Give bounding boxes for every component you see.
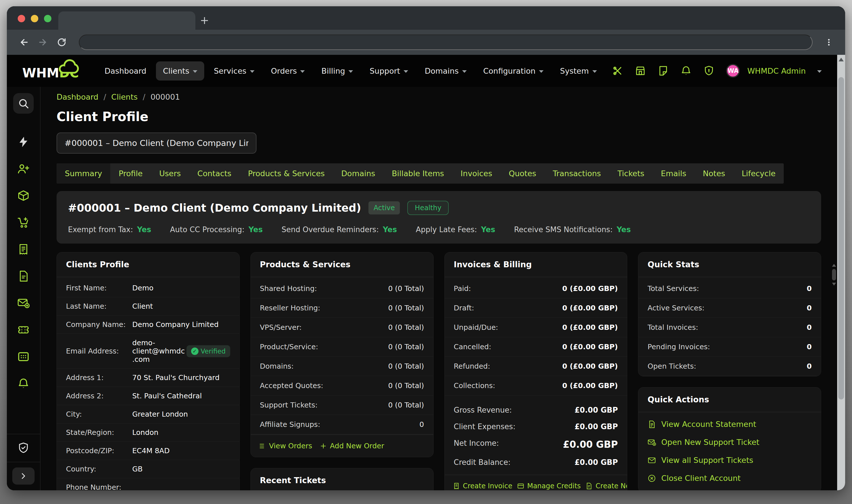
- page-scrollbar[interactable]: [837, 55, 845, 490]
- cart-plus-icon[interactable]: [17, 216, 30, 229]
- breadcrumb-clients[interactable]: Clients: [111, 92, 138, 101]
- row-label: Collections:: [454, 381, 495, 390]
- refresh-button[interactable]: [56, 37, 67, 48]
- chevron-down-icon[interactable]: [817, 70, 822, 73]
- create-invoice-link[interactable]: Create Invoice: [453, 482, 512, 490]
- chevron-down-icon: [539, 70, 544, 73]
- client-tab[interactable]: Transactions: [544, 163, 609, 184]
- client-tab[interactable]: Quotes: [500, 163, 544, 184]
- client-tab[interactable]: Summary: [56, 163, 110, 184]
- sidebar-search-button[interactable]: [13, 93, 34, 114]
- client-tab[interactable]: Contacts: [189, 163, 239, 184]
- minimize-window-button[interactable]: [31, 15, 38, 22]
- tab-label: Quotes: [509, 169, 536, 178]
- browser-tab[interactable]: [58, 12, 195, 30]
- bell-icon[interactable]: [17, 377, 30, 390]
- create-new-quote-link[interactable]: Create New Quote: [585, 482, 627, 490]
- back-button[interactable]: [18, 37, 30, 48]
- scroll-down-arrow-icon[interactable]: [832, 283, 836, 286]
- window-controls: [18, 15, 51, 22]
- row-value: Client: [132, 302, 230, 310]
- client-tab[interactable]: Invoices: [452, 163, 501, 184]
- nav-item[interactable]: Clients: [156, 61, 204, 80]
- user-avatar[interactable]: WA: [726, 64, 740, 78]
- package-icon[interactable]: [17, 189, 30, 202]
- view-orders-link[interactable]: View Orders: [259, 442, 312, 450]
- client-tab[interactable]: Lifecycle: [733, 163, 784, 184]
- link-label: Create New Quote: [596, 482, 627, 490]
- client-tab[interactable]: Tickets: [609, 163, 653, 184]
- nav-item-label: Clients: [163, 67, 189, 75]
- client-selector-input[interactable]: [56, 132, 256, 154]
- client-flags: Exempt from Tax: Yes Auto CC Processing:…: [68, 225, 810, 234]
- row-value: demo-client@whmdc.com: [132, 339, 187, 363]
- close-window-button[interactable]: [18, 15, 25, 22]
- view-account-statement-link[interactable]: View Account Statement: [638, 415, 821, 433]
- nav-item-label: Configuration: [483, 67, 535, 75]
- nav-item[interactable]: Billing: [315, 61, 360, 80]
- invoice-row: Cancelled: 0 (£0.00 GBP): [445, 337, 627, 357]
- file-text-icon[interactable]: [17, 270, 30, 283]
- mini-scrollbar-thumb[interactable]: [832, 269, 836, 281]
- breadcrumb-dashboard[interactable]: Dashboard: [56, 92, 98, 101]
- sidebar-expand-button[interactable]: [12, 467, 35, 485]
- close-client-account-link[interactable]: Close Client Account: [638, 469, 821, 487]
- client-banner-title: #000001 – Demo Client (Demo Company Limi…: [68, 202, 361, 214]
- client-tab[interactable]: Profile: [110, 163, 151, 184]
- shield-check-icon[interactable]: [17, 442, 30, 454]
- nav-item[interactable]: Domains: [418, 61, 474, 80]
- row-value: 0 (£0.00 GBP): [562, 362, 618, 371]
- nav-item[interactable]: Configuration: [476, 61, 550, 80]
- scroll-up-arrow-icon[interactable]: [832, 264, 836, 267]
- manage-credits-link[interactable]: Manage Credits: [517, 482, 581, 490]
- scroll-up-arrow-icon[interactable]: [838, 58, 844, 61]
- forward-button[interactable]: [37, 37, 49, 48]
- breadcrumb: Dashboard / Clients / 000001: [56, 92, 821, 101]
- profile-row: State/Region: London: [57, 424, 239, 442]
- row-label: Draft:: [454, 304, 474, 312]
- nav-item[interactable]: System: [553, 61, 604, 80]
- scrollbar-thumb[interactable]: [838, 77, 844, 399]
- action-label: View Account Statement: [661, 420, 756, 429]
- client-tab[interactable]: Emails: [653, 163, 695, 184]
- row-value: 70 St. Paul's Churchyard: [132, 374, 230, 382]
- view-all-support-tickets-link[interactable]: View all Support Tickets: [638, 451, 821, 469]
- nav-item[interactable]: Support: [363, 61, 415, 80]
- mail-plus-icon[interactable]: [17, 297, 30, 309]
- maximize-window-button[interactable]: [44, 15, 51, 22]
- row-value: Demo Company Limited: [132, 320, 230, 329]
- calendar-icon[interactable]: [17, 350, 30, 363]
- file-text-icon: [647, 420, 656, 429]
- client-tab[interactable]: Billable Items: [384, 163, 452, 184]
- bell-icon[interactable]: [680, 65, 692, 76]
- tools-icon[interactable]: [612, 65, 623, 76]
- brand-logo[interactable]: WHMDC: [22, 62, 79, 80]
- client-tab[interactable]: Notes: [695, 163, 733, 184]
- open-new-support-ticket-link[interactable]: Open New Support Ticket: [638, 433, 821, 451]
- plus-icon: [199, 15, 210, 26]
- storefront-icon[interactable]: [635, 65, 646, 76]
- nav-item[interactable]: Services: [207, 61, 261, 80]
- receipt-icon[interactable]: [17, 243, 30, 256]
- nav-item[interactable]: Dashboard: [98, 61, 153, 80]
- address-bar[interactable]: [79, 35, 813, 50]
- add-new-order-link[interactable]: Add New Order: [320, 442, 384, 450]
- user-plus-icon[interactable]: [17, 162, 30, 175]
- bolt-icon[interactable]: [17, 136, 30, 148]
- row-label: Accepted Quotes:: [260, 381, 323, 390]
- tab-label: Summary: [65, 169, 102, 178]
- new-tab-button[interactable]: [195, 12, 214, 30]
- client-tab[interactable]: Products & Services: [239, 163, 333, 184]
- shield-icon[interactable]: [703, 65, 715, 76]
- tabs-mini-scrollbar[interactable]: [831, 264, 837, 286]
- client-tab[interactable]: Domains: [333, 163, 384, 184]
- browser-menu-button[interactable]: [824, 37, 834, 48]
- row-value: 0 (0 Total): [388, 381, 424, 390]
- user-name[interactable]: WHMDC Admin: [747, 67, 806, 75]
- client-tab[interactable]: Users: [151, 163, 189, 184]
- notes-icon[interactable]: [657, 65, 669, 76]
- page-content: Dashboard / Clients / 000001 Client Prof…: [40, 87, 837, 490]
- ticket-icon[interactable]: [17, 324, 30, 336]
- row-label: State/Region:: [66, 428, 132, 437]
- nav-item[interactable]: Orders: [264, 61, 312, 80]
